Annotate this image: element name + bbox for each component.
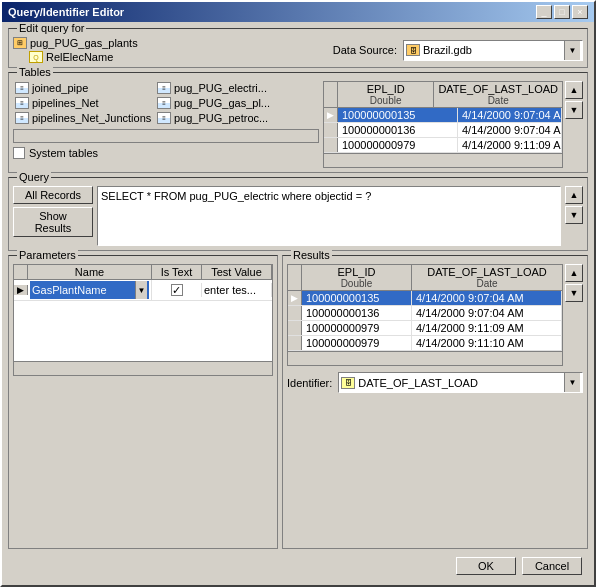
system-tables-checkbox[interactable] <box>13 147 25 159</box>
col-name: DATE_OF_LAST_LOAD <box>438 83 558 95</box>
table-icon: ≡ <box>157 82 171 94</box>
table-row[interactable]: 100000000979 4/14/2000 9:11:09 AM <box>288 321 562 336</box>
datasource-dropdown-btn[interactable]: ▼ <box>564 41 580 60</box>
datasource-combo[interactable]: 🗄 Brazil.gdb ▼ <box>403 40 583 61</box>
params-combo-value: GasPlantName <box>32 284 135 296</box>
table-icon: ≡ <box>15 82 29 94</box>
row-indicator: ▶ <box>288 291 302 305</box>
col-name: DATE_OF_LAST_LOAD <box>416 266 558 278</box>
cell-date: 4/14/2000 9:11:09 AM <box>458 138 562 152</box>
tables-inner: ≡ joined_pipe ≡ pipelines_Net ≡ pipeline… <box>13 81 583 168</box>
ok-button[interactable]: OK <box>456 557 516 575</box>
tables-col-date: DATE_OF_LAST_LOAD Date <box>434 82 562 107</box>
title-bar: Query/Identifier Editor _ □ × <box>2 2 594 22</box>
cancel-button[interactable]: Cancel <box>522 557 582 575</box>
tables-h-scrollbar[interactable] <box>324 153 562 167</box>
results-label: Results <box>291 249 332 261</box>
query-textarea[interactable]: SELECT * FROM pug_PUG_electric where obj… <box>97 186 561 246</box>
query-label: Query <box>17 171 51 183</box>
cell-date: 4/14/2000 9:11:09 AM <box>412 321 562 335</box>
results-scroll-up-button[interactable]: ▲ <box>565 264 583 282</box>
row-indicator: ▶ <box>324 108 338 122</box>
col-type: Date <box>438 95 558 106</box>
cell-epl-id: 100000000136 <box>302 306 412 320</box>
cell-date: 4/14/2000 9:07:04 AM <box>458 123 562 137</box>
tables-col-epl-id: EPL_ID Double <box>338 82 434 107</box>
indicator-spacer <box>14 265 28 279</box>
col-type: Date <box>416 278 558 289</box>
table-icon: ≡ <box>15 97 29 109</box>
table-row[interactable]: 100000000979 4/14/2000 9:11:09 AM <box>324 138 562 153</box>
query-buttons: All Records Show Results <box>13 186 93 246</box>
table-icon: ≡ <box>157 112 171 124</box>
table-row[interactable]: ▶ 100000000135 4/14/2000 9:07:04 AM <box>324 108 562 123</box>
query-scroll-down-button[interactable]: ▼ <box>565 206 583 224</box>
results-h-scrollbar[interactable] <box>288 351 562 365</box>
cell-epl-id: 100000000979 <box>302 336 412 350</box>
row-indicator <box>288 321 302 335</box>
scroll-up-button[interactable]: ▲ <box>565 81 583 99</box>
params-empty-area <box>14 301 272 361</box>
results-grid-body: ▶ 100000000135 4/14/2000 9:07:04 AM 1000… <box>288 291 562 351</box>
identifier-dropdown-btn[interactable]: ▼ <box>564 373 580 392</box>
query-tree: ⊞ pug_PUG_gas_plants Q RelElecName <box>13 37 138 63</box>
params-col-istext: Is Text <box>152 265 202 279</box>
params-combo-btn[interactable]: ▼ <box>135 281 147 299</box>
table-name: pug_PUG_gas_pl... <box>174 97 270 109</box>
results-scroll-down-button[interactable]: ▼ <box>565 284 583 302</box>
db-icon: ⊞ <box>13 37 27 49</box>
results-arrow-buttons: ▲ ▼ <box>565 264 583 366</box>
datasource-label: Data Source: <box>333 44 397 56</box>
params-header: Name Is Text Test Value <box>14 265 272 280</box>
results-data-grid: EPL_ID Double DATE_OF_LAST_LOAD Date <box>287 264 563 366</box>
table-name: pug_PUG_electri... <box>174 82 267 94</box>
cell-epl-id: 100000000979 <box>338 138 458 152</box>
table-row[interactable]: 100000000136 4/14/2000 9:07:04 AM <box>288 306 562 321</box>
tables-arrow-buttons: ▲ ▼ <box>565 81 583 119</box>
istext-checkbox[interactable]: ✓ <box>171 284 183 296</box>
params-h-scrollbar[interactable] <box>14 361 272 375</box>
table-row[interactable]: 100000000979 4/14/2000 9:11:10 AM <box>288 336 562 351</box>
datasource-db-icon: 🗄 <box>406 44 420 56</box>
list-item[interactable]: ≡ joined_pipe <box>13 81 153 95</box>
results-group: Results EPL_ID Double DATE_OF_ <box>282 255 588 549</box>
list-item[interactable]: ≡ pug_PUG_gas_pl... <box>155 96 295 110</box>
cell-date: 4/14/2000 9:11:10 AM <box>412 336 562 350</box>
all-records-button[interactable]: All Records <box>13 186 93 204</box>
table-row[interactable]: 100000000136 4/14/2000 9:07:04 AM <box>324 123 562 138</box>
title-bar-buttons: _ □ × <box>536 5 588 19</box>
datasource-value: Brazil.gdb <box>423 44 561 56</box>
params-cell-name: GasPlantName ▼ <box>28 280 152 300</box>
minimize-button[interactable]: _ <box>536 5 552 19</box>
close-button[interactable]: × <box>572 5 588 19</box>
table-column-2: ≡ pug_PUG_electri... ≡ pug_PUG_gas_pl...… <box>155 81 295 125</box>
show-results-button[interactable]: Show Results <box>13 207 93 237</box>
table-name: pipelines_Net_Junctions <box>32 112 151 124</box>
edit-query-label: Edit query for <box>17 22 86 34</box>
tables-grid-with-arrows: EPL_ID Double DATE_OF_LAST_LOAD Date ▶ <box>323 81 583 168</box>
table-icon: ≡ <box>157 97 171 109</box>
identifier-combo[interactable]: 🗄 DATE_OF_LAST_LOAD ▼ <box>338 372 583 393</box>
tables-label: Tables <box>17 66 53 78</box>
tables-results-grid: EPL_ID Double DATE_OF_LAST_LOAD Date ▶ <box>323 81 563 168</box>
table-row[interactable]: ▶ GasPlantName ▼ ✓ enter tes... <box>14 280 272 301</box>
maximize-button[interactable]: □ <box>554 5 570 19</box>
table-icon: ≡ <box>15 112 29 124</box>
identifier-db-icon: 🗄 <box>341 377 355 389</box>
row-indicator <box>288 336 302 350</box>
list-item[interactable]: ≡ pipelines_Net_Junctions <box>13 111 153 125</box>
horizontal-scrollbar[interactable] <box>13 129 319 143</box>
list-item[interactable]: ≡ pug_PUG_electri... <box>155 81 295 95</box>
col-name: EPL_ID <box>306 266 407 278</box>
query-scroll-up-button[interactable]: ▲ <box>565 186 583 204</box>
scroll-down-button[interactable]: ▼ <box>565 101 583 119</box>
row-indicator: ▶ <box>14 285 28 295</box>
tree-child: Q RelElecName <box>29 51 138 63</box>
tree-child-label: RelElecName <box>46 51 113 63</box>
table-row[interactable]: ▶ 100000000135 4/14/2000 9:07:04 AM <box>288 291 562 306</box>
col-name: EPL_ID <box>342 83 429 95</box>
scrollbar-area <box>13 129 319 143</box>
list-item[interactable]: ≡ pug_PUG_petroc... <box>155 111 295 125</box>
list-item[interactable]: ≡ pipelines_Net <box>13 96 153 110</box>
params-combo[interactable]: GasPlantName ▼ <box>30 281 149 299</box>
